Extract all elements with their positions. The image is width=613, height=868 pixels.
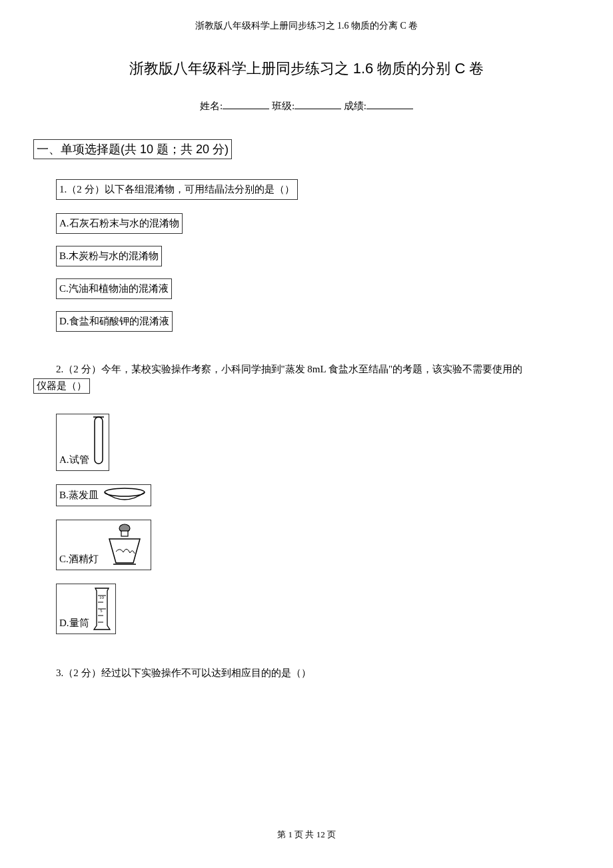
q1-option-d: D.食盐和硝酸钾的混淆液 <box>56 311 173 332</box>
q3-stem: 3.（2 分）经过以下实验操作不可以达到相应目的的是（） <box>56 667 311 678</box>
question-2-stem-line1: 2.（2 分）今年，某校实验操作考察，小科同学抽到"蒸发 8mL 食盐水至结晶"… <box>56 360 580 378</box>
q2-option-c: C.酒精灯 <box>56 520 151 570</box>
score-label: 成绩: <box>344 101 366 111</box>
q2-option-b-label: B.蒸发皿 <box>59 490 99 500</box>
svg-text:5: 5 <box>100 608 103 614</box>
info-line: 姓名: 班级: 成绩: <box>33 99 580 113</box>
score-blank <box>366 99 413 109</box>
question-3: 3.（2 分）经过以下实验操作不可以达到相应目的的是（） <box>56 664 580 682</box>
evaporating-dish-icon <box>101 487 148 504</box>
running-header: 浙教版八年级科学上册同步练习之 1.6 物质的分离 C 卷 <box>33 20 580 32</box>
question-1: 1.（2 分）以下各组混淆物，可用结晶法分别的是（） A.石灰石粉末与水的混淆物… <box>56 179 580 344</box>
svg-rect-0 <box>95 417 103 464</box>
svg-point-2 <box>105 488 145 496</box>
q2-option-b: B.蒸发皿 <box>56 484 151 506</box>
alcohol-lamp-icon <box>101 522 148 568</box>
q2-stem: 2.（2 分）今年，某校实验操作考察，小科同学抽到"蒸发 8mL 食盐水至结晶"… <box>56 364 522 374</box>
q2-option-d: D.量筒 10 5 <box>56 584 116 634</box>
q2-option-c-label: C.酒精灯 <box>59 554 99 564</box>
q2-option-a-label: A.试管 <box>59 454 89 465</box>
name-label: 姓名: <box>200 101 223 111</box>
page-title: 浙教版八年级科学上册同步练习之 1.6 物质的分别 C 卷 <box>33 59 580 79</box>
page-footer: 第 1 页 共 12 页 <box>33 829 580 841</box>
question-2-stem-line2-wrap: 仪器是（） <box>33 378 580 394</box>
class-blank <box>295 99 341 109</box>
q1-option-b: B.木炭粉与水的混淆物 <box>56 246 162 266</box>
graduated-cylinder-icon: 10 5 <box>91 586 113 632</box>
svg-rect-4 <box>121 531 128 536</box>
q2-option-a: A.试管 <box>56 414 109 471</box>
svg-text:10: 10 <box>99 595 105 600</box>
q2-option-d-label: D.量筒 <box>59 618 89 628</box>
section-heading: 一、单项选择题(共 10 题；共 20 分) <box>33 139 232 159</box>
question-2-options: A.试管 B.蒸发皿 C.酒精灯 <box>56 414 580 648</box>
q1-option-a: A.石灰石粉末与水的混淆物 <box>56 213 183 234</box>
test-tube-icon <box>91 416 106 469</box>
class-label: 班级: <box>272 101 295 111</box>
page: 浙教版八年级科学上册同步练习之 1.6 物质的分离 C 卷 浙教版八年级科学上册… <box>0 0 613 854</box>
q2-stem-line2: 仪器是（） <box>33 378 90 394</box>
q1-option-c: C.汽油和植物油的混淆液 <box>56 278 172 299</box>
name-blank <box>223 99 269 109</box>
q1-stem: 1.（2 分）以下各组混淆物，可用结晶法分别的是（） <box>56 179 298 200</box>
section-heading-wrap: 一、单项选择题(共 10 题；共 20 分) <box>33 139 580 179</box>
